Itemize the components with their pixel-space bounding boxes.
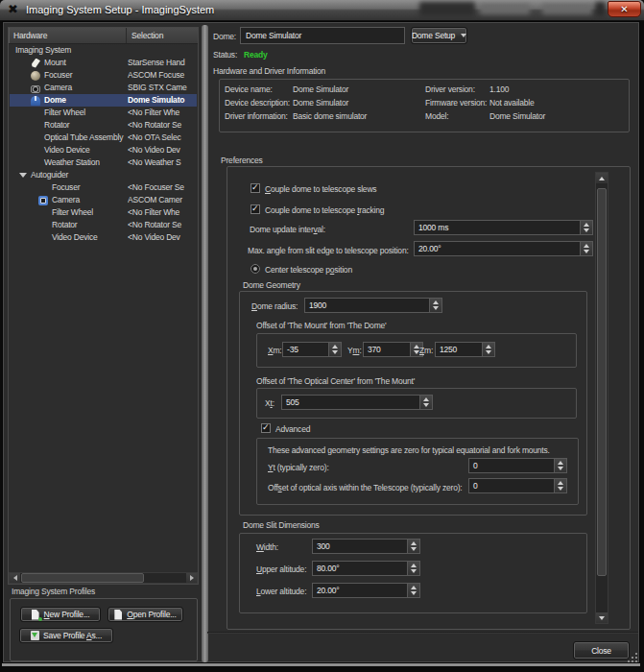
max-angle-label: Max. angle from slit edge to telescope p… — [248, 246, 409, 256]
column-header-selection[interactable]: Selection — [127, 28, 198, 43]
tree-row-focuser[interactable]: Focuser ASCOM Focuse — [10, 69, 197, 82]
ym-label: Ym: — [347, 346, 362, 356]
spin-buttons[interactable] — [328, 342, 342, 357]
xm-spinbox[interactable]: -35 — [282, 342, 342, 357]
spin-buttons[interactable] — [407, 583, 420, 598]
dome-setup-button[interactable]: Dome Setup — [411, 27, 467, 44]
spin-buttons[interactable] — [554, 478, 567, 493]
imaging-system-setup-window: Imaging System Setup - ImagingSystem Har… — [0, 0, 644, 672]
status-label: Status: — [213, 50, 237, 60]
ym-spinbox[interactable]: 370 — [363, 342, 423, 357]
new-profile-button[interactable]: New Profile... — [20, 607, 101, 622]
scroll-up-arrow[interactable] — [596, 173, 608, 183]
focuser-icon — [31, 71, 40, 81]
driver-info-title: Hardware and Driver Information — [213, 66, 325, 77]
center-telescope-radio[interactable] — [250, 264, 260, 274]
slit-title: Dome Slit Dimensions — [243, 520, 320, 531]
scroll-down-arrow[interactable] — [596, 612, 608, 623]
new-profile-icon — [32, 610, 40, 620]
mount-offset-title: Offset of 'The Mount' from 'The Dome' — [256, 321, 386, 331]
hardware-tree: Hardware Selection Imaging System Mount … — [8, 27, 199, 585]
tree-row-video-device[interactable]: Video Device <No Video Dev — [10, 144, 197, 156]
tree-row-ag-camera[interactable]: Camera ASCOM Camer — [10, 194, 197, 206]
zm-spinbox[interactable]: 1250 — [435, 342, 495, 357]
lower-altitude-label: Lower altitude: — [256, 587, 306, 597]
tree-row-rotator[interactable]: Rotator <No Rotator Se — [10, 119, 197, 132]
blurred-menu-item — [595, 2, 606, 16]
tree-row-ag-focuser[interactable]: Focuser <No Focuser Se — [10, 181, 197, 194]
footer-separator — [207, 632, 638, 634]
slit-width-label: Width: — [256, 542, 278, 553]
yt-spinbox[interactable]: 0 — [468, 458, 567, 473]
hscroll-thumb[interactable] — [21, 573, 144, 583]
window-close-button[interactable] — [608, 1, 641, 17]
axis-offset-label: Offset of optical axis within the Telesc… — [268, 483, 462, 493]
device-name-value: Dome Simulator — [293, 84, 348, 95]
xm-label: Xm: — [268, 346, 282, 356]
lower-altitude-spinbox[interactable]: 20.00° — [312, 583, 420, 598]
device-desc-label: Device description: — [225, 98, 290, 108]
dropdown-caret-icon — [461, 34, 466, 37]
couple-tracking-checkbox[interactable] — [250, 204, 260, 214]
spin-buttons[interactable] — [407, 539, 420, 554]
spin-buttons[interactable] — [580, 220, 593, 235]
expander-down-icon[interactable] — [19, 173, 27, 178]
tree-row-optical-tube-assembly[interactable]: Optical Tube Assembly <No OTA Selec — [10, 132, 197, 144]
driver-info-label: Driver information: — [225, 111, 288, 122]
blurred-menu-item — [542, 4, 592, 14]
tree-row-ag-video-device[interactable]: Video Device <No Video Dev — [10, 231, 197, 244]
upper-altitude-label: Upper altitude: — [256, 564, 306, 575]
spin-buttons[interactable] — [482, 342, 495, 357]
tree-row-autoguider[interactable]: Autoguider — [10, 169, 197, 181]
center-telescope-label: Center telescope position — [265, 265, 352, 276]
resize-grip[interactable] — [626, 651, 640, 665]
window-bottom-bevel — [2, 663, 640, 666]
tree-row-filter-wheel[interactable]: Filter Wheel <No Filter Whe — [10, 107, 197, 119]
driver-version-value: 1.100 — [489, 84, 509, 95]
save-profile-icon — [31, 631, 39, 640]
profiles-title: Imaging System Profiles — [12, 587, 95, 597]
firmware-label: Firmware version: — [425, 98, 487, 108]
panel-splitter[interactable] — [202, 25, 208, 662]
max-angle-spinbox[interactable]: 20.00° — [414, 241, 593, 256]
spin-buttons[interactable] — [429, 298, 442, 313]
preferences-scrollbar[interactable] — [595, 172, 608, 624]
tree-row-imaging-system[interactable]: Imaging System — [10, 44, 197, 57]
spin-buttons[interactable] — [580, 241, 593, 256]
scroll-right-arrow[interactable] — [186, 573, 197, 583]
couple-slews-checkbox[interactable] — [250, 183, 260, 193]
upper-altitude-spinbox[interactable]: 80.00° — [312, 561, 420, 576]
driver-info-value: Basic dome simulator — [293, 111, 367, 122]
dome-radius-spinbox[interactable]: 1900 — [304, 298, 442, 313]
save-profile-as-button[interactable]: Save Profile As... — [19, 628, 113, 643]
slit-width-spinbox[interactable]: 300 — [312, 539, 420, 554]
tree-horizontal-scrollbar[interactable] — [9, 572, 198, 584]
optical-offset-title: Offset of 'The Optical Center' from 'The… — [256, 376, 415, 387]
tree-row-weather-station[interactable]: Weather Station <No Weather S — [10, 156, 197, 169]
scroll-left-arrow[interactable] — [10, 573, 20, 583]
xt-spinbox[interactable]: 505 — [281, 395, 433, 410]
dome-icon — [31, 96, 40, 106]
update-interval-spinbox[interactable]: 1000 ms — [414, 220, 593, 235]
close-button[interactable]: Close — [573, 641, 630, 660]
firmware-value: Not available — [489, 98, 535, 108]
column-header-hardware[interactable]: Hardware — [9, 28, 127, 43]
status-value: Ready — [244, 50, 268, 60]
driver-version-label: Driver version: — [425, 84, 475, 95]
title-bar[interactable]: Imaging System Setup - ImagingSystem — [0, 0, 644, 21]
app-icon — [8, 3, 21, 16]
device-name-label: Device name: — [225, 84, 273, 95]
dome-name-input[interactable]: Dome Simulator — [240, 27, 405, 44]
advanced-checkbox[interactable] — [261, 423, 271, 433]
spin-buttons[interactable] — [419, 395, 433, 410]
open-profile-button[interactable]: Open Profile... — [107, 607, 183, 622]
tree-row-mount[interactable]: Mount StarSense Hand — [10, 57, 197, 69]
tree-row-ag-filter-wheel[interactable]: Filter Wheel <No Filter Whe — [10, 206, 197, 219]
tree-row-ag-rotator[interactable]: Rotator <No Rotator Se — [10, 219, 197, 231]
tree-row-camera[interactable]: Camera SBIG STX Came — [10, 82, 197, 94]
tree-row-dome[interactable]: Dome Dome Simulato — [10, 94, 197, 107]
vscroll-thumb[interactable] — [597, 188, 607, 576]
spin-buttons[interactable] — [554, 458, 567, 473]
spin-buttons[interactable] — [407, 561, 420, 576]
axis-offset-spinbox[interactable]: 0 — [468, 478, 567, 493]
